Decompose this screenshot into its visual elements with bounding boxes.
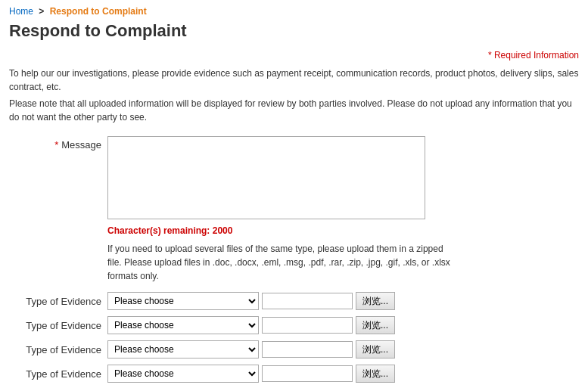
evidence-type-select[interactable]: Please chooseCommunication RecordsPaymen… bbox=[107, 292, 259, 310]
evidence-label: Type of Evidence bbox=[9, 344, 107, 355]
evidence-file-display bbox=[262, 293, 353, 309]
evidence-row: Type of EvidencePlease chooseCommunicati… bbox=[9, 292, 579, 310]
evidence-file-display bbox=[262, 365, 353, 382]
breadcrumb-home-link[interactable]: Home bbox=[9, 6, 33, 17]
evidence-label: Type of Evidence bbox=[9, 320, 107, 331]
browse-button[interactable]: 浏览... bbox=[356, 316, 395, 334]
upload-info: If you need to upload several files of t… bbox=[107, 242, 456, 283]
evidence-type-select[interactable]: Please chooseCommunication RecordsPaymen… bbox=[107, 340, 259, 359]
message-textarea[interactable] bbox=[107, 136, 425, 219]
evidence-row: Type of EvidencePlease chooseCommunicati… bbox=[9, 316, 579, 334]
evidence-row: Type of EvidencePlease chooseCommunicati… bbox=[9, 365, 579, 383]
browse-button[interactable]: 浏览... bbox=[356, 365, 395, 383]
evidence-label: Type of Evidence bbox=[9, 296, 107, 307]
browse-button[interactable]: 浏览... bbox=[356, 340, 395, 359]
evidence-type-select[interactable]: Please chooseCommunication RecordsPaymen… bbox=[107, 316, 259, 334]
evidence-row: Type of EvidencePlease chooseCommunicati… bbox=[9, 340, 579, 359]
page-title: Respond to Complaint bbox=[9, 21, 579, 41]
breadcrumb: Home > Respond to Complaint bbox=[9, 6, 579, 17]
info-line2: Please note that all uploaded informatio… bbox=[9, 97, 579, 124]
char-remaining: Character(s) remaining: 2000 bbox=[107, 225, 579, 236]
char-remaining-label: Character(s) remaining: bbox=[107, 225, 210, 236]
browse-button[interactable]: 浏览... bbox=[356, 292, 395, 310]
evidence-file-display bbox=[262, 341, 353, 358]
evidence-file-display bbox=[262, 317, 353, 334]
info-line1: To help our our investigations, please p… bbox=[9, 67, 579, 94]
breadcrumb-separator: > bbox=[39, 6, 46, 17]
message-label: *Message bbox=[9, 136, 107, 151]
evidence-type-select[interactable]: Please chooseCommunication RecordsPaymen… bbox=[107, 365, 259, 383]
evidence-label: Type of Evidence bbox=[9, 368, 107, 380]
required-info-label: * Required Information bbox=[9, 50, 579, 61]
breadcrumb-current: Respond to Complaint bbox=[50, 6, 147, 17]
char-remaining-count: 2000 bbox=[213, 225, 233, 236]
required-star: * bbox=[54, 139, 58, 151]
